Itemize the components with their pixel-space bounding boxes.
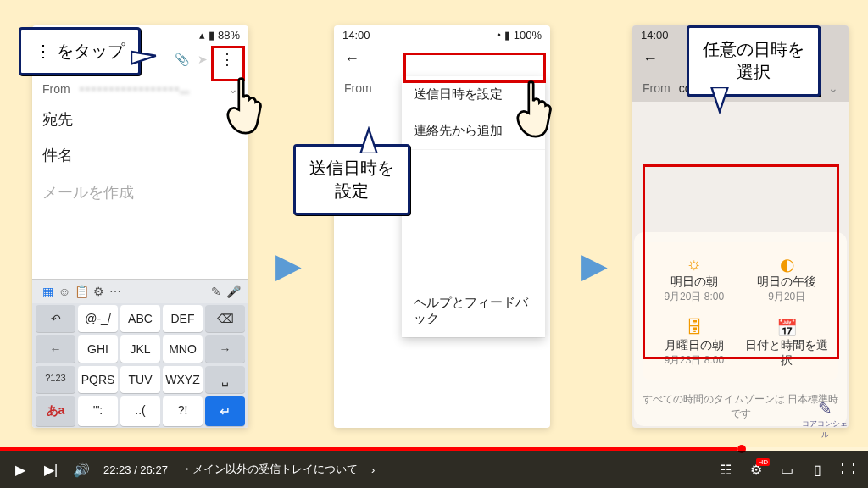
callout-tail-icon xyxy=(355,126,382,153)
clock: 14:00 xyxy=(641,29,669,42)
hand-pointer-icon xyxy=(510,80,559,141)
key-mno[interactable]: MNO xyxy=(163,336,203,363)
fullscreen-button[interactable]: ⛶ xyxy=(839,462,856,477)
callout-text: 任意の日時を 選択 xyxy=(703,40,804,81)
clipboard-icon[interactable]: 📋 xyxy=(73,285,90,298)
compose-body[interactable]: メールを作成 xyxy=(32,174,248,211)
key-ghi[interactable]: GHI xyxy=(78,336,118,363)
callout-schedule: 送信日時を 設定 xyxy=(293,144,410,215)
svg-marker-1 xyxy=(360,129,376,153)
miniplayer-button[interactable]: ▭ xyxy=(778,462,795,478)
menu-help-feedback[interactable]: ヘルプとフィードバック xyxy=(402,285,545,337)
status-bar: 14:00 • ▮ 100% xyxy=(334,25,550,43)
key-lang[interactable]: あa xyxy=(36,396,75,426)
from-label: From xyxy=(643,81,670,95)
key-at[interactable]: @-_/ xyxy=(78,305,118,332)
dots-icon[interactable]: ⋯ xyxy=(107,285,124,298)
battery-icon: ▮ xyxy=(504,29,510,42)
key-pqrs[interactable]: PQRS xyxy=(78,366,118,393)
chevron-right-icon: › xyxy=(371,463,375,476)
highlight-schedule-menu xyxy=(403,53,546,83)
key-wxyz[interactable]: WXYZ xyxy=(163,366,203,393)
attach-icon[interactable]: 📎 xyxy=(175,53,189,66)
grid-icon[interactable]: ▦ xyxy=(39,285,56,298)
to-label: 宛先 xyxy=(42,109,220,130)
key-def[interactable]: DEF xyxy=(163,305,203,332)
mic-icon[interactable]: 🎤 xyxy=(225,285,242,298)
key-jkl[interactable]: JKL xyxy=(120,336,160,363)
to-row[interactable]: 宛先 ⌄ xyxy=(32,103,248,136)
hd-badge: HD xyxy=(756,458,770,466)
pencil-icon[interactable]: ✎ xyxy=(208,285,225,298)
key-paren[interactable]: ..( xyxy=(120,396,160,426)
key-123[interactable]: ?123 xyxy=(36,366,75,393)
status-icons: ▴ ▮ 88% xyxy=(199,29,240,42)
from-value: ･････････････････... xyxy=(79,82,220,96)
key-punct[interactable]: ?! xyxy=(163,396,203,426)
play-button[interactable]: ▶ xyxy=(12,462,29,478)
svg-marker-0 xyxy=(131,52,156,64)
volume-button[interactable]: 🔊 xyxy=(73,462,90,478)
callout-tail-icon xyxy=(131,45,159,72)
next-button[interactable]: ▶| xyxy=(42,462,59,478)
emoji-stroke-icon[interactable]: ☺ xyxy=(56,285,73,298)
settings-icon[interactable]: ⚙ xyxy=(90,285,107,298)
video-controls: ▶ ▶| 🔊 22:23 / 26:27 ・メイン以外の受信トレイについて › … xyxy=(0,451,868,488)
callout-tail-icon xyxy=(706,87,733,114)
send-icon[interactable]: ➤ xyxy=(198,53,208,66)
keyboard[interactable]: ↶ @-_/ ABC DEF ⌫ ← GHI JKL MNO → ?123 PQ… xyxy=(32,303,248,428)
arrow-right-icon: ▶ xyxy=(581,246,608,285)
arrow-right-icon: ▶ xyxy=(275,246,302,285)
status-icons: • ▮ 100% xyxy=(497,29,542,42)
dot-icon: • xyxy=(497,29,501,42)
svg-marker-2 xyxy=(711,87,727,112)
from-label: From xyxy=(42,82,70,96)
battery-pct: 88% xyxy=(218,29,240,42)
key-abc[interactable]: ABC xyxy=(120,305,160,332)
callout-tap-more: ⋮ をタップ xyxy=(19,27,141,75)
battery-pct: 100% xyxy=(514,29,542,42)
callout-text: ⋮ をタップ xyxy=(35,42,125,60)
hand-pointer-icon xyxy=(220,76,270,137)
clock: 14:00 xyxy=(342,29,370,42)
video-chapter[interactable]: ・メイン以外の受信トレイについて xyxy=(181,462,358,477)
callout-pick-datetime: 任意の日時を 選択 xyxy=(687,25,821,97)
phone-compose: ▴ ▮ 88% ← 📎 ➤ ⋮ From ･････････････････..… xyxy=(32,25,248,428)
key-space[interactable]: ␣ xyxy=(205,366,245,393)
chevron-down-icon[interactable]: ⌄ xyxy=(828,81,838,95)
highlight-schedule-grid xyxy=(643,164,839,359)
video-time: 22:23 / 26:27 xyxy=(103,463,168,476)
key-quote[interactable]: '": xyxy=(78,396,118,426)
subject-field[interactable]: 件名 xyxy=(32,136,248,174)
captions-button[interactable]: ☷ xyxy=(717,462,734,478)
key-return[interactable]: ↵ xyxy=(205,396,245,426)
channel-logo-label: コアコンシェル xyxy=(802,419,848,441)
key-left[interactable]: ← xyxy=(36,336,75,363)
from-label: From xyxy=(344,81,372,95)
settings-button[interactable]: ⚙HD xyxy=(748,462,765,478)
callout-text: 送信日時を 設定 xyxy=(309,158,394,200)
key-right[interactable]: → xyxy=(205,336,245,363)
key-tuv[interactable]: TUV xyxy=(120,366,160,393)
keyboard-toolbar: ▦ ☺ 📋 ⚙ ⋯ ✎ 🎤 xyxy=(32,279,248,303)
key-reverse[interactable]: ↶ xyxy=(36,305,75,332)
signal-icon: ▴ xyxy=(199,29,205,42)
channel-logo: ✎ コアコンシェル xyxy=(802,398,848,441)
back-icon[interactable]: ← xyxy=(643,50,658,68)
battery-icon: ▮ xyxy=(209,29,214,42)
key-backspace[interactable]: ⌫ xyxy=(205,305,245,332)
back-icon[interactable]: ← xyxy=(344,50,359,68)
theater-button[interactable]: ▯ xyxy=(809,462,826,478)
